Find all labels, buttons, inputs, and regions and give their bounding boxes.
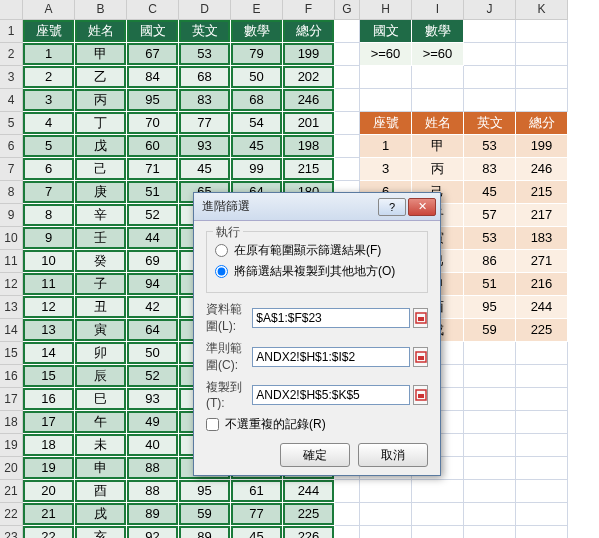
cell[interactable] bbox=[464, 342, 516, 365]
res-cell[interactable]: 215 bbox=[516, 181, 568, 204]
cell[interactable] bbox=[516, 365, 568, 388]
main-cell[interactable]: 88 bbox=[127, 457, 179, 480]
main-cell[interactable]: 申 bbox=[75, 457, 127, 480]
crit-hdr-1[interactable]: 數學 bbox=[412, 20, 464, 43]
cell[interactable] bbox=[360, 89, 412, 112]
cell[interactable] bbox=[360, 526, 412, 538]
cell[interactable] bbox=[464, 66, 516, 89]
main-cell[interactable]: 77 bbox=[231, 503, 283, 526]
radio-copy[interactable]: 將篩選結果複製到其他地方(O) bbox=[215, 263, 419, 280]
cell[interactable] bbox=[516, 503, 568, 526]
main-cell[interactable]: 45 bbox=[179, 158, 231, 181]
main-cell[interactable]: 79 bbox=[231, 43, 283, 66]
cell[interactable] bbox=[412, 480, 464, 503]
main-cell[interactable]: 71 bbox=[127, 158, 179, 181]
cancel-button[interactable]: 取消 bbox=[358, 443, 428, 467]
crit-val-1[interactable]: >=60 bbox=[412, 43, 464, 66]
main-cell[interactable]: 49 bbox=[127, 411, 179, 434]
cell[interactable] bbox=[516, 66, 568, 89]
main-cell[interactable]: 52 bbox=[127, 365, 179, 388]
main-cell[interactable]: 丁 bbox=[75, 112, 127, 135]
cell[interactable] bbox=[464, 434, 516, 457]
main-cell[interactable]: 亥 bbox=[75, 526, 127, 538]
cell[interactable] bbox=[360, 480, 412, 503]
cell-G6[interactable] bbox=[335, 135, 360, 158]
main-cell[interactable]: 18 bbox=[23, 434, 75, 457]
main-cell[interactable]: 辛 bbox=[75, 204, 127, 227]
res-hdr-2[interactable]: 英文 bbox=[464, 112, 516, 135]
row-3[interactable]: 3 bbox=[0, 66, 23, 89]
main-cell[interactable]: 戌 bbox=[75, 503, 127, 526]
cell[interactable] bbox=[464, 480, 516, 503]
cell-G7[interactable] bbox=[335, 158, 360, 181]
res-cell[interactable]: 45 bbox=[464, 181, 516, 204]
main-header-5[interactable]: 總分 bbox=[283, 20, 335, 43]
row-15[interactable]: 15 bbox=[0, 342, 23, 365]
main-cell[interactable]: 未 bbox=[75, 434, 127, 457]
main-cell[interactable]: 卯 bbox=[75, 342, 127, 365]
col-I[interactable]: I bbox=[412, 0, 464, 20]
ok-button[interactable]: 確定 bbox=[280, 443, 350, 467]
cell-G3[interactable] bbox=[335, 66, 360, 89]
main-cell[interactable]: 198 bbox=[283, 135, 335, 158]
res-cell[interactable]: 3 bbox=[360, 158, 412, 181]
main-cell[interactable]: 225 bbox=[283, 503, 335, 526]
row-23[interactable]: 23 bbox=[0, 526, 23, 538]
cell-G5[interactable] bbox=[335, 112, 360, 135]
main-cell[interactable]: 19 bbox=[23, 457, 75, 480]
main-cell[interactable]: 14 bbox=[23, 342, 75, 365]
main-cell[interactable]: 92 bbox=[127, 526, 179, 538]
main-cell[interactable]: 15 bbox=[23, 365, 75, 388]
main-cell[interactable]: 89 bbox=[179, 526, 231, 538]
main-cell[interactable]: 丑 bbox=[75, 296, 127, 319]
row-11[interactable]: 11 bbox=[0, 250, 23, 273]
criteria-range-input[interactable] bbox=[252, 347, 410, 367]
main-cell[interactable]: 95 bbox=[127, 89, 179, 112]
res-cell[interactable]: 86 bbox=[464, 250, 516, 273]
main-cell[interactable]: 244 bbox=[283, 480, 335, 503]
main-cell[interactable]: 丙 bbox=[75, 89, 127, 112]
main-cell[interactable]: 13 bbox=[23, 319, 75, 342]
main-cell[interactable]: 4 bbox=[23, 112, 75, 135]
row-20[interactable]: 20 bbox=[0, 457, 23, 480]
main-cell[interactable]: 乙 bbox=[75, 66, 127, 89]
cell[interactable] bbox=[516, 457, 568, 480]
res-cell[interactable]: 217 bbox=[516, 204, 568, 227]
main-cell[interactable]: 52 bbox=[127, 204, 179, 227]
copy-to-input[interactable] bbox=[252, 385, 410, 405]
main-cell[interactable]: 99 bbox=[231, 158, 283, 181]
main-cell[interactable]: 215 bbox=[283, 158, 335, 181]
cell[interactable] bbox=[516, 480, 568, 503]
cell-G1[interactable] bbox=[335, 20, 360, 43]
cell[interactable] bbox=[412, 89, 464, 112]
res-cell[interactable]: 183 bbox=[516, 227, 568, 250]
main-cell[interactable]: 21 bbox=[23, 503, 75, 526]
main-cell[interactable]: 22 bbox=[23, 526, 75, 538]
main-cell[interactable]: 辰 bbox=[75, 365, 127, 388]
cell-G2[interactable] bbox=[335, 43, 360, 66]
res-cell[interactable]: 244 bbox=[516, 296, 568, 319]
row-19[interactable]: 19 bbox=[0, 434, 23, 457]
main-cell[interactable]: 88 bbox=[127, 480, 179, 503]
res-cell[interactable]: 1 bbox=[360, 135, 412, 158]
main-cell[interactable]: 201 bbox=[283, 112, 335, 135]
main-cell[interactable]: 54 bbox=[231, 112, 283, 135]
unique-checkbox-row[interactable]: 不選重複的記錄(R) bbox=[206, 416, 428, 433]
res-cell[interactable]: 225 bbox=[516, 319, 568, 342]
main-cell[interactable]: 6 bbox=[23, 158, 75, 181]
cell[interactable] bbox=[516, 434, 568, 457]
row-4[interactable]: 4 bbox=[0, 89, 23, 112]
cell[interactable] bbox=[516, 411, 568, 434]
main-cell[interactable]: 95 bbox=[179, 480, 231, 503]
main-cell[interactable]: 寅 bbox=[75, 319, 127, 342]
row-7[interactable]: 7 bbox=[0, 158, 23, 181]
row-6[interactable]: 6 bbox=[0, 135, 23, 158]
col-A[interactable]: A bbox=[23, 0, 75, 20]
main-cell[interactable]: 59 bbox=[179, 503, 231, 526]
main-cell[interactable]: 10 bbox=[23, 250, 75, 273]
row-9[interactable]: 9 bbox=[0, 204, 23, 227]
res-cell[interactable]: 199 bbox=[516, 135, 568, 158]
unique-checkbox[interactable] bbox=[206, 418, 219, 431]
cell[interactable] bbox=[464, 43, 516, 66]
help-button[interactable]: ? bbox=[378, 198, 406, 216]
